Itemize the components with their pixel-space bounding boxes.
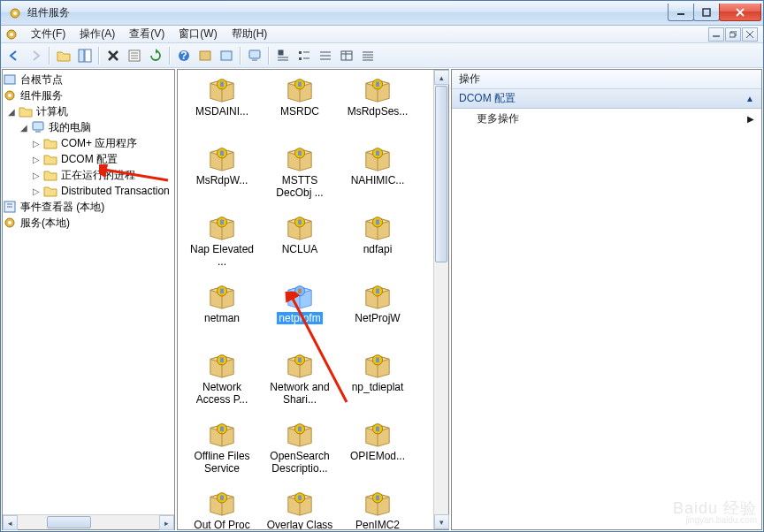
- grid-item[interactable]: MSDAINI...: [185, 75, 259, 142]
- grid-item[interactable]: Overlay Class: [263, 489, 337, 529]
- package-icon: [362, 213, 393, 241]
- tree-root[interactable]: 台根节点: [3, 72, 174, 87]
- actions-more-label: 更多操作: [477, 111, 519, 126]
- nav-forward-button[interactable]: [26, 46, 45, 65]
- tree-computers[interactable]: ◢计算机: [3, 103, 174, 119]
- menu-window[interactable]: 窗口(W): [172, 25, 224, 43]
- up-button[interactable]: [54, 46, 73, 65]
- scroll-thumb[interactable]: [47, 516, 91, 528]
- nav-back-button[interactable]: [4, 46, 24, 65]
- package-icon: [284, 420, 316, 448]
- tree[interactable]: 台根节点 组件服务 ◢计算机 ◢我的电脑 ▷COM+ 应用程序 ▷DCOM 配置…: [3, 70, 174, 514]
- grid-item[interactable]: Out Of Proc Mapi Han: [185, 489, 259, 529]
- expand-icon[interactable]: ▷: [31, 138, 42, 148]
- mdi-minimize-button[interactable]: [708, 27, 724, 42]
- expand-icon[interactable]: ▷: [31, 170, 42, 180]
- menu-file[interactable]: 文件(F): [24, 25, 73, 43]
- delete-button[interactable]: [103, 46, 123, 65]
- install-button[interactable]: [195, 46, 215, 65]
- grid-item[interactable]: Network Access P...: [185, 351, 259, 418]
- items-grid[interactable]: MSDAINI...MSRDCMsRdpSes...MsRdpW...MSTTS…: [178, 70, 433, 529]
- grid-item[interactable]: np_tdieplat: [340, 351, 415, 418]
- scroll-right-button[interactable]: ▸: [159, 515, 174, 530]
- minimize-button[interactable]: [668, 4, 694, 21]
- grid-item[interactable]: NAHIMIC...: [340, 144, 415, 211]
- view-detail-button[interactable]: [337, 46, 356, 65]
- tree-eventviewer[interactable]: 事件查看器 (本地): [3, 199, 174, 215]
- properties-button[interactable]: [125, 46, 144, 65]
- grid-item[interactable]: Offline Files Service: [185, 420, 259, 487]
- svg-rect-40: [341, 51, 352, 60]
- actions-header: 操作: [452, 70, 761, 89]
- package-icon: [362, 282, 393, 310]
- grid-item-label: NAHIMIC...: [351, 174, 405, 186]
- grid-item-label: NCLUA: [282, 243, 318, 255]
- maximize-button[interactable]: [693, 4, 720, 21]
- connect-button[interactable]: [245, 46, 264, 65]
- grid-item-label: OPIEMod...: [350, 450, 405, 462]
- tree-hscrollbar[interactable]: ◂ ▸: [3, 514, 174, 529]
- grid-item[interactable]: ndfapi: [340, 213, 415, 280]
- grid-item-label: Network and Shari...: [264, 381, 336, 406]
- grid-item-label: MSRDC: [280, 105, 319, 118]
- grid-item[interactable]: netprofm: [263, 282, 337, 349]
- grid-item[interactable]: MSRDC: [263, 75, 337, 142]
- actions-section-label: DCOM 配置: [459, 91, 516, 106]
- mdi-close-button[interactable]: [742, 27, 758, 42]
- grid-item-label: Nap Elevated ...: [186, 243, 258, 268]
- view-small-button[interactable]: [294, 46, 314, 65]
- scroll-left-button[interactable]: ◂: [3, 515, 18, 530]
- grid-item-label: MSTTS DecObj ...: [264, 174, 336, 199]
- expand-icon[interactable]: ▷: [31, 154, 42, 164]
- menu-help[interactable]: 帮助(H): [225, 25, 275, 43]
- show-tree-button[interactable]: [75, 46, 95, 65]
- actions-section[interactable]: DCOM 配置 ▲: [452, 89, 761, 109]
- grid-item-label: netprofm: [277, 312, 322, 324]
- grid-item[interactable]: MSTTS DecObj ...: [263, 144, 337, 211]
- grid-item[interactable]: OPIEMod...: [340, 420, 415, 487]
- grid-item[interactable]: OpenSearch Descriptio...: [263, 420, 337, 487]
- tree-mycomputer[interactable]: ◢我的电脑: [3, 119, 174, 135]
- grid-item[interactable]: netman: [185, 282, 259, 349]
- view-large-button[interactable]: [273, 46, 293, 65]
- menu-view[interactable]: 查看(V): [122, 25, 172, 43]
- package-icon: [206, 144, 238, 172]
- actions-more[interactable]: 更多操作 ▶: [452, 109, 761, 128]
- svg-rect-47: [4, 75, 15, 84]
- tree-dtc[interactable]: ▷Distributed Transaction: [3, 183, 174, 199]
- menu-action[interactable]: 操作(A): [73, 25, 122, 43]
- expand-icon[interactable]: ◢: [19, 122, 29, 133]
- grid-item[interactable]: PenIMC2: [340, 489, 415, 529]
- expand-icon[interactable]: ▷: [31, 186, 42, 196]
- grid-item[interactable]: MsRdpSes...: [340, 75, 415, 142]
- close-button[interactable]: [719, 4, 761, 21]
- scroll-thumb[interactable]: [435, 86, 447, 262]
- grid-item-label: NetProjW: [355, 312, 400, 324]
- grid-item[interactable]: MsRdpW...: [185, 144, 259, 211]
- grid-item[interactable]: Nap Elevated ...: [185, 213, 259, 280]
- svg-rect-19: [85, 49, 91, 62]
- refresh-button[interactable]: [146, 46, 165, 65]
- grid-item[interactable]: Network and Shari...: [263, 351, 337, 418]
- tree-runningproc[interactable]: ▷正在运行的进程: [3, 167, 174, 183]
- help-button[interactable]: ?: [174, 46, 194, 65]
- export-button[interactable]: [217, 46, 236, 65]
- grid-item[interactable]: NCLUA: [263, 213, 337, 280]
- svg-rect-15: [730, 33, 735, 37]
- content-vscrollbar[interactable]: ▴ ▾: [433, 70, 448, 529]
- scroll-up-button[interactable]: ▴: [434, 70, 449, 85]
- tree-compsvc[interactable]: 组件服务: [3, 87, 174, 103]
- tree-comapps[interactable]: ▷COM+ 应用程序: [3, 135, 174, 151]
- scroll-down-button[interactable]: ▾: [434, 514, 449, 529]
- mdi-restore-button[interactable]: [725, 27, 741, 42]
- grid-item[interactable]: NetProjW: [340, 282, 415, 349]
- actions-pane: 操作 DCOM 配置 ▲ 更多操作 ▶: [451, 69, 762, 530]
- view-status-button[interactable]: [358, 46, 378, 65]
- view-list-button[interactable]: [316, 46, 335, 65]
- tree-services[interactable]: 服务(本地): [3, 215, 174, 231]
- svg-rect-28: [200, 51, 210, 60]
- svg-rect-30: [279, 50, 283, 55]
- package-icon: [206, 213, 238, 241]
- tree-dcomconfig[interactable]: ▷DCOM 配置: [3, 151, 174, 167]
- expand-icon[interactable]: ◢: [6, 106, 17, 117]
